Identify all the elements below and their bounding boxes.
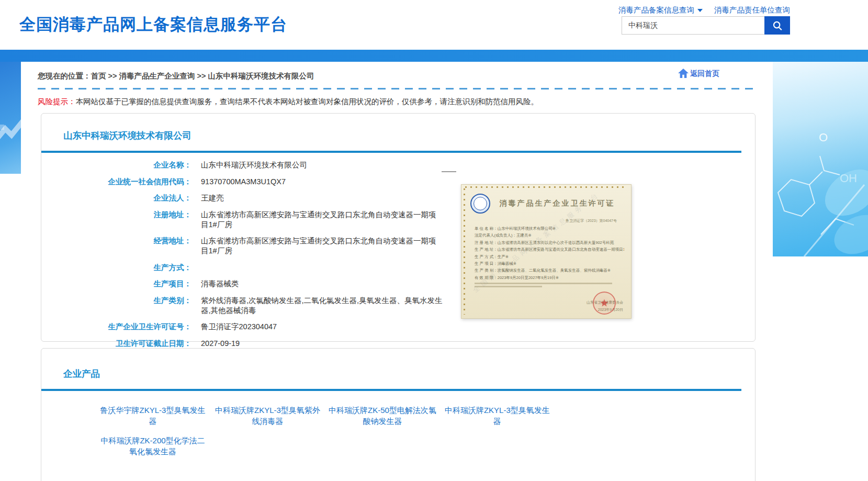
nav-link-responsible-unit-query[interactable]: 消毒产品责任单位查询: [714, 5, 790, 15]
field-value: 消毒器械类: [201, 279, 239, 289]
risk-notice-text: 本网站仅基于已掌握的信息提供查询服务，查询结果不代表本网站对被查询对象信用状况的…: [76, 97, 539, 106]
search-button[interactable]: [764, 16, 790, 35]
breadcrumb-trail: 首页消毒产品生产企业查询山东中科瑞沃环境技术有限公司: [91, 72, 314, 80]
title-underline: [41, 151, 741, 153]
company-card: 山东中科瑞沃环境技术有限公司 企业名称： 山东中科瑞沃环境技术有限公司 企业统一…: [41, 113, 756, 342]
field-value: 山东中科瑞沃环境技术有限公司: [201, 160, 307, 170]
risk-notice: 风险提示：本网站仅基于已掌握的信息提供查询服务，查询结果不代表本网站对被查询对象…: [38, 97, 773, 107]
certificate-lines: 单 位 名 称：山东中科瑞沃环境技术有限公司※ 法定代表人(或负责人)：王建亮※…: [470, 226, 624, 281]
field-row: 生产项目： 消毒器械类: [41, 279, 755, 289]
products-card-title: 企业产品: [41, 349, 755, 380]
field-label: 生产类别：: [41, 296, 191, 316]
certificate-line: 法定代表人(或负责人)：王建亮※: [475, 233, 624, 238]
certificate-header: 消毒产品生产企业卫生许可证: [470, 194, 624, 214]
field-value: 91370700MA3M3U1QX7: [201, 177, 286, 187]
banner-art-right: O OH: [773, 62, 868, 256]
banner-art-left: [0, 62, 21, 174]
field-row: 卫生许可证截止日期： 2027-09-19: [41, 339, 755, 349]
field-value: 紫外线消毒器,次氯酸钠发生器,二氧化氯发生器,臭氧发生器、臭氧水发生器,其他器械…: [201, 296, 443, 316]
field-value: 2027-09-19: [201, 339, 240, 349]
dashed-divider: [38, 88, 757, 90]
magnifier-icon: [772, 20, 783, 31]
breadcrumb-item[interactable]: 山东中科瑞沃环境技术有限公司: [195, 72, 314, 80]
field-label: 企业名称：: [41, 160, 191, 170]
field-row: 企业统一社会信用代码： 91370700MA3M3U1QX7: [41, 177, 755, 187]
field-row: 企业名称： 山东中科瑞沃环境技术有限公司: [41, 160, 755, 170]
field-row: 生产企业卫生许可证号： 鲁卫消证字202304047: [41, 322, 755, 332]
title-underline: [41, 389, 741, 391]
page: 全国消毒产品网上备案信息服务平台 消毒产品备案信息查询 消毒产品责任单位查询: [0, 0, 868, 481]
company-card-title: 山东中科瑞沃环境技术有限公司: [41, 114, 755, 142]
field-row: 经营地址： 山东省潍坊市高新区潍安路与宝通街交叉路口东北角自动变速器一期项目1#…: [41, 236, 755, 256]
certificate-line: 生 产 方 式：生产※: [475, 254, 624, 260]
product-link[interactable]: 鲁沃华宇牌ZKYL-3型臭氧发生器: [98, 405, 208, 427]
field-row: 生产类别： 紫外线消毒器,次氯酸钠发生器,二氧化氯发生器,臭氧发生器、臭氧水发生…: [41, 296, 755, 316]
certificate-title: 消毒产品生产企业卫生许可证: [490, 199, 624, 208]
product-link[interactable]: 中科瑞沃牌ZK-200型化学法二氧化氯发生器: [98, 435, 208, 457]
molecule-o-label: O: [819, 131, 828, 144]
top-nav: 消毒产品备案信息查询 消毒产品责任单位查询: [618, 5, 790, 15]
field-label: 生产企业卫生许可证号：: [41, 322, 191, 332]
breadcrumb-item[interactable]: 首页: [91, 72, 106, 80]
certificate-ref-no: 鲁卫消证字（2023）第04047号: [470, 218, 617, 223]
header: 全国消毒产品网上备案信息服务平台 消毒产品备案信息查询 消毒产品责任单位查询: [0, 0, 868, 50]
nav-link-record-info-query[interactable]: 消毒产品备案信息查询: [618, 5, 703, 15]
field-value: 鲁卫消证字202304047: [201, 322, 277, 332]
field-label: 生产项目：: [41, 279, 191, 289]
certificate-line: 有 效 期 限：2023年9月20日至2027年9月19日※: [475, 275, 624, 281]
field-row: 注册地址： 山东省潍坊市高新区潍安路与宝通街交叉路口东北角自动变速器一期项目1#…: [41, 210, 755, 230]
field-label: 企业统一社会信用代码：: [41, 177, 191, 187]
product-link[interactable]: 中科瑞沃牌ZKYL-3型臭氧发生器: [442, 405, 552, 427]
breadcrumb-prefix: 您现在的位置：: [38, 72, 91, 80]
field-label: 注册地址：: [41, 210, 191, 230]
field-value: 山东省潍坊市高新区潍安路与宝通街交叉路口东北角自动变速器一期项目1#厂房: [201, 236, 443, 256]
search-bar: [622, 16, 790, 35]
chevron-down-icon: [697, 9, 703, 12]
product-link[interactable]: 中科瑞沃牌ZKYL-3型臭氧紫外线消毒器: [212, 405, 322, 427]
certificate-line: 注 册 地 址：山东省潍坊高新区玉清东街以北中心次干道以西高新大厦902号科苑: [475, 240, 624, 245]
hygiene-license-certificate-image: 全国消毒产品网上备案信息服务平台 消毒产品生产企业卫生许可证 鲁卫消证字（202…: [461, 184, 632, 319]
site-title: 全国消毒产品网上备案信息服务平台: [19, 14, 287, 36]
certificate-line: 生 产 项 目：消毒器械※: [475, 261, 624, 266]
field-label: 生产方式：: [41, 263, 191, 273]
product-link[interactable]: 中科瑞沃牌ZK-50型电解法次氯酸钠发生器: [328, 405, 437, 427]
red-seal-icon: [593, 292, 616, 315]
search-input[interactable]: [622, 16, 764, 35]
field-row: 生产方式：: [41, 263, 755, 273]
field-label: 卫生许可证截止日期：: [41, 339, 191, 349]
risk-notice-label: 风险提示：: [38, 97, 76, 106]
field-label: 经营地址：: [41, 236, 191, 256]
dash-mark: [442, 171, 456, 172]
product-list: 鲁沃华宇牌ZKYL-3型臭氧发生器 中科瑞沃牌ZKYL-3型臭氧紫外线消毒器 中…: [98, 405, 558, 465]
certificate-line: 生 产 类 别：次氯酸钠发生器、二氧化氯发生器、臭氧发生器、紫外线消毒器※: [475, 268, 624, 273]
banner-band: [0, 50, 868, 62]
field-value: 王建亮: [201, 193, 224, 203]
breadcrumb: 您现在的位置：首页消毒产品生产企业查询山东中科瑞沃环境技术有限公司 返回首页: [21, 62, 773, 81]
certificate-fineprint: [475, 283, 624, 287]
breadcrumb-item[interactable]: 消毒产品生产企业查询: [106, 72, 195, 80]
certificate-line: 生 产 地 址：山东省潍坊市高新区潍安路与宝通街交叉路口东北角自动变速器一期项目…: [475, 247, 624, 252]
main-content: 您现在的位置：首页消毒产品生产企业查询山东中科瑞沃环境技术有限公司 返回首页 风…: [21, 62, 773, 481]
nav-link-label: 消毒产品备案信息查询: [618, 5, 694, 15]
company-fields: 企业名称： 山东中科瑞沃环境技术有限公司 企业统一社会信用代码： 9137070…: [41, 160, 755, 349]
products-card: 企业产品 鲁沃华宇牌ZKYL-3型臭氧发生器 中科瑞沃牌ZKYL-3型臭氧紫外线…: [41, 348, 756, 481]
field-value: 山东省潍坊市高新区潍安路与宝通街交叉路口东北角自动变速器一期项目1#厂房: [201, 210, 443, 230]
field-label: 企业法人：: [41, 193, 191, 203]
home-icon: [678, 68, 689, 79]
field-row: 企业法人： 王建亮: [41, 193, 755, 203]
certificate-line: 单 位 名 称：山东中科瑞沃环境技术有限公司※: [475, 226, 624, 231]
back-home-link[interactable]: 返回首页: [678, 68, 719, 79]
nav-link-label: 消毒产品责任单位查询: [714, 5, 790, 15]
back-home-label: 返回首页: [690, 69, 719, 79]
national-emblem-icon: [470, 194, 490, 214]
